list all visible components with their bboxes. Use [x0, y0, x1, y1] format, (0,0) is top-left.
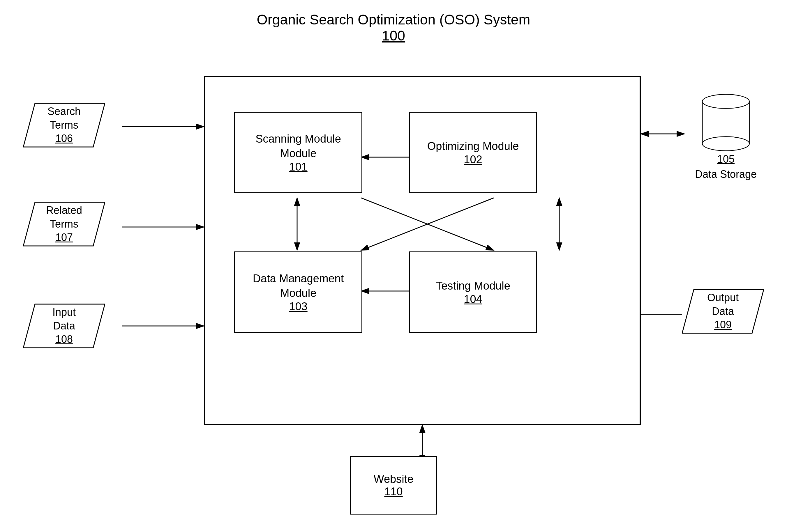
testing-module-box: Testing Module 104: [409, 251, 537, 333]
svg-point-8: [702, 94, 749, 108]
optimizing-module-num: 102: [464, 153, 482, 166]
input-data-num: 108: [55, 333, 73, 345]
output-data-num: 109: [714, 319, 732, 331]
website-num: 110: [384, 485, 403, 498]
testing-module-label: Testing Module: [436, 279, 510, 293]
testing-module-num: 104: [464, 293, 482, 306]
output-data-shape: OutputData 109: [682, 288, 764, 335]
datamanagement-module-box: Data ManagementModule 103: [234, 251, 362, 333]
related-terms-shape: RelatedTerms 107: [23, 201, 105, 247]
input-data-shape: InputData 108: [23, 303, 105, 349]
website-label: Website: [374, 473, 413, 485]
search-terms-shape: SearchTerms 106: [23, 102, 105, 149]
search-terms-text: SearchTerms 106: [47, 105, 81, 146]
scanning-module-label: Scanning ModuleModule: [255, 132, 341, 161]
website-box: Website 110: [350, 456, 437, 514]
data-storage-cylinder: 105 Data Storage: [694, 87, 758, 180]
title-line1: Organic Search Optimization (OSO) System: [0, 12, 787, 28]
data-storage-label: Data Storage: [695, 168, 757, 180]
scanning-module-box: Scanning ModuleModule 101: [234, 112, 362, 193]
related-terms-text: RelatedTerms 107: [46, 204, 82, 244]
optimizing-module-box: Optimizing Module 102: [409, 112, 537, 193]
oso-main-box: Scanning ModuleModule 101 Optimizing Mod…: [204, 76, 641, 425]
title-line2: 100: [0, 28, 787, 44]
scanning-module-num: 101: [289, 161, 307, 173]
related-terms-num: 107: [55, 231, 73, 243]
title-area: Organic Search Optimization (OSO) System…: [0, 0, 787, 44]
datamanagement-module-num: 103: [289, 300, 307, 313]
datamanagement-module-label: Data ManagementModule: [253, 271, 344, 300]
optimizing-module-label: Optimizing Module: [427, 139, 519, 153]
svg-point-7: [702, 137, 749, 151]
page: Organic Search Optimization (OSO) System…: [0, 0, 787, 532]
data-storage-num: 105: [717, 153, 735, 165]
output-data-text: OutputData 109: [707, 291, 739, 332]
input-data-text: InputData 108: [52, 306, 76, 346]
cylinder-svg: [694, 87, 758, 153]
search-terms-num: 106: [55, 132, 73, 145]
